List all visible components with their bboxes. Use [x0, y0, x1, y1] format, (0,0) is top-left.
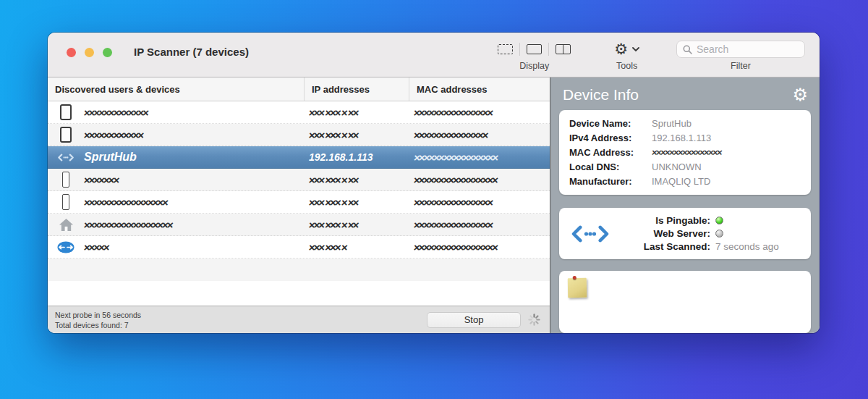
device-name-value: SprutHub	[652, 117, 692, 131]
table-row[interactable]: ××××× ××× ××× × ×××××××××××××××××	[48, 236, 550, 259]
device-fields-card: Device Name:SprutHub IPv4 Address:192.16…	[559, 110, 811, 195]
filter-label: Filter	[731, 61, 751, 71]
mac-redacted: ×××××××××××××××××	[413, 241, 498, 253]
ip-redacted: ××× ××× × ××	[308, 219, 358, 231]
ip-address: 192.168.1.113	[304, 151, 409, 163]
dashed-rect-icon	[498, 44, 513, 54]
gear-icon: ⚙	[614, 41, 628, 57]
scanning-spinner-icon	[527, 313, 541, 327]
window-title: IP Scanner (7 devices)	[134, 46, 249, 58]
stop-button[interactable]: Stop	[427, 312, 521, 328]
status-bar: Next probe in 56 seconds Total devices f…	[48, 306, 550, 333]
search-icon	[683, 45, 692, 54]
ip-redacted: ××× ××× × ××	[308, 174, 358, 186]
search-input[interactable]	[697, 43, 799, 55]
mac-redacted: ××××××××××××××××	[413, 106, 493, 119]
device-info-title: Device Info	[563, 86, 639, 104]
ip-redacted: ××× ××× ×	[308, 241, 347, 253]
pingable-label: Is Pingable:	[614, 215, 710, 226]
tablet-icon	[57, 104, 75, 120]
display-split-button[interactable]	[549, 44, 577, 54]
display-condensed-button[interactable]	[491, 44, 519, 54]
device-name-redacted: ×××××	[83, 241, 109, 253]
split-rect-icon	[556, 44, 571, 54]
device-info-panel: Device Info ⚙ Device Name:SprutHub IPv4 …	[550, 77, 820, 333]
device-name-redacted: ××××××××××××××××××	[83, 219, 173, 231]
sticky-note-icon	[568, 278, 587, 298]
table-row[interactable]: SprutHub 192.168.1.113 ×××××××××××××××××	[48, 146, 550, 169]
notes-card[interactable]	[559, 271, 811, 333]
ip-redacted: ××× ××× × ××	[308, 196, 358, 209]
display-group: Display	[491, 40, 577, 71]
column-header-devices[interactable]: Discovered users & devices	[48, 77, 304, 101]
pingable-led-green	[715, 217, 723, 224]
table-row[interactable]: ××××××××××××××××× ××× ××× × ×× ×××××××××…	[48, 191, 550, 214]
table-row[interactable]: ×××××××××××× ××× ××× × ×× ××××××××××××××…	[48, 124, 550, 146]
web-server-label: Web Server:	[614, 228, 710, 239]
column-header-ip[interactable]: IP addresses	[304, 77, 409, 101]
router-icon	[57, 241, 75, 253]
column-header-mac[interactable]: MAC addresses	[409, 77, 550, 101]
mac-value-redacted: ××××××××××××××××	[651, 146, 722, 160]
field-label: Manufacturer:	[569, 175, 652, 189]
device-table: Discovered users & devices IP addresses …	[48, 77, 550, 333]
traffic-lights	[67, 48, 112, 57]
ipv4-value: 192.168.1.113	[652, 131, 711, 146]
field-label: MAC Address:	[569, 146, 652, 160]
ip-redacted: ××× ××× × ××	[308, 106, 358, 119]
last-scanned-label: Last Scanned:	[614, 241, 710, 252]
mac-redacted: ××××××××××××××××	[413, 196, 493, 209]
table-row[interactable]: ××××××××××××× ××× ××× × ×× ×××××××××××××…	[48, 101, 550, 124]
phone-icon	[57, 194, 75, 210]
search-field[interactable]	[676, 41, 805, 58]
table-row[interactable]: ×××××××××××××××××× ××× ××× × ×× ××××××××…	[48, 214, 550, 236]
chevron-down-icon	[632, 47, 639, 52]
settings-gear-icon[interactable]: ⚙	[792, 86, 808, 104]
ip-scanner-window: IP Scanner (7 devices) Display ⚙	[48, 33, 820, 333]
display-normal-button[interactable]	[520, 44, 548, 54]
minimize-button[interactable]	[85, 48, 94, 57]
total-devices-text: Total devices found: 7	[55, 321, 141, 329]
table-row[interactable]: ××××××× ××× ××× × ×× ×××××××××××××××××	[48, 169, 550, 191]
house-icon	[57, 217, 75, 232]
phone-icon	[57, 172, 75, 188]
local-dns-value: UNKNOWN	[652, 160, 702, 175]
field-label: Device Name:	[569, 117, 652, 131]
next-probe-text: Next probe in 56 seconds	[55, 311, 141, 319]
device-name-redacted: ×××××××××××××	[83, 106, 148, 119]
table-empty-area	[48, 259, 550, 306]
network-hub-icon	[57, 154, 75, 161]
display-label: Display	[519, 61, 549, 71]
tablet-icon	[57, 127, 75, 143]
mac-redacted: ×××××××××××××××	[413, 129, 488, 141]
ip-redacted: ××× ××× × ××	[308, 129, 358, 141]
tools-label: Tools	[616, 61, 637, 71]
device-name-redacted: ××××××××××××	[83, 129, 143, 141]
solid-rect-icon	[527, 44, 542, 54]
device-name: SprutHub	[84, 151, 137, 164]
table-header: Discovered users & devices IP addresses …	[48, 77, 550, 101]
tools-group: ⚙ Tools	[608, 40, 646, 71]
field-label: IPv4 Address:	[569, 131, 652, 146]
device-status-card: Is Pingable: Web Server: Last Scanned:7 …	[559, 208, 811, 259]
desktop-background: IP Scanner (7 devices) Display ⚙	[0, 0, 868, 399]
filter-group: Filter	[676, 40, 805, 71]
zoom-button[interactable]	[103, 48, 112, 57]
device-name-redacted: ×××××××××××××××××	[83, 196, 168, 209]
mac-redacted: ××××××××××××××××	[413, 219, 493, 231]
network-hub-icon	[566, 224, 614, 243]
web-server-led-gray	[715, 230, 723, 238]
field-label: Local DNS:	[569, 160, 652, 175]
device-name-redacted: ×××××××	[83, 174, 119, 186]
mac-redacted: ×××××××××××××××××	[413, 174, 498, 186]
manufacturer-value: IMAQLIQ LTD	[652, 175, 710, 189]
mac-redacted: ×××××××××××××××××	[413, 151, 498, 164]
titlebar: IP Scanner (7 devices) Display ⚙	[48, 33, 820, 77]
close-button[interactable]	[67, 48, 76, 57]
tools-menu-button[interactable]: ⚙	[608, 41, 646, 57]
last-scanned-value: 7 seconds ago	[715, 241, 801, 252]
